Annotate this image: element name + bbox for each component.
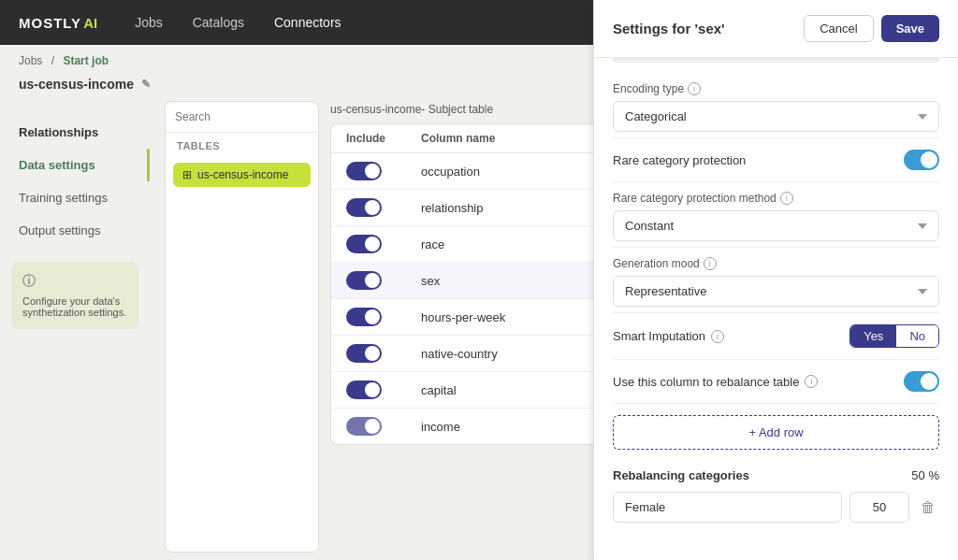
settings-panel: Settings for 'sex' Cancel Save Encoding …	[593, 0, 958, 560]
left-sidebar: Relationships Data settings Training set…	[0, 101, 150, 553]
encoding-type-select[interactable]: Categorical Numerical Text DateTime	[613, 101, 939, 132]
rebalance-toggle-label: Use this column to rebalance table	[613, 375, 799, 389]
settings-header: Settings for 'sex' Cancel Save	[594, 0, 958, 58]
rebalance-toggle-info-icon[interactable]: i	[805, 375, 818, 388]
nav-catalogs[interactable]: Catalogs	[193, 11, 244, 34]
smart-imputation-info-icon[interactable]: i	[711, 330, 724, 343]
header-include: Include	[346, 132, 421, 145]
rebalancing-row: 🗑	[613, 492, 939, 523]
toggle-income[interactable]	[346, 417, 382, 436]
rebalancing-value-group	[849, 492, 909, 523]
rebalance-toggle[interactable]	[904, 371, 939, 392]
smart-imputation-row: Smart Imputation i Yes No	[613, 313, 939, 360]
settings-body: Encoding type i Categorical Numerical Te…	[594, 58, 958, 560]
sidebar-item-data-settings[interactable]: Data settings	[0, 149, 150, 181]
save-button[interactable]: Save	[881, 15, 939, 42]
rare-category-method-label: Rare category protection method i	[613, 192, 939, 205]
sidebar-info-box: ⓘ Configure your data's synthetization s…	[11, 262, 138, 329]
sidebar-info-text: Configure your data's synthetization set…	[22, 295, 126, 318]
smart-imputation-no-button[interactable]: No	[896, 325, 938, 347]
toggle-occupation[interactable]	[346, 162, 382, 180]
rebalance-toggle-row: Use this column to rebalance table i	[613, 360, 939, 404]
dataset-name: us-census-income	[19, 77, 134, 92]
rebalancing-header: Rebalancing categories 50 %	[613, 468, 939, 482]
search-input[interactable]	[175, 110, 315, 123]
edit-icon[interactable]: ✎	[141, 78, 151, 91]
table-list-item[interactable]: ⊞ us-census-income	[173, 163, 311, 187]
table-item-label: us-census-income	[197, 168, 288, 181]
toggle-race[interactable]	[346, 235, 382, 253]
rebalancing-section: Rebalancing categories 50 % 🗑	[613, 468, 939, 523]
toggle-native-country[interactable]	[346, 344, 382, 363]
sidebar-item-training-settings[interactable]: Training settings	[0, 181, 150, 214]
smart-imputation-toggle-group: Yes No	[849, 324, 939, 348]
rare-category-protection-row: Rare category protection	[613, 138, 939, 182]
breadcrumb-parent[interactable]: Jobs	[19, 54, 42, 67]
tables-list: 🔍 Tables ⊞ us-census-income	[165, 101, 319, 553]
logo: MOSTLY AI	[19, 15, 97, 31]
toggle-capital[interactable]	[346, 381, 382, 399]
nav-connectors[interactable]: Connectors	[274, 11, 341, 34]
toggle-relationship[interactable]	[346, 198, 382, 217]
search-box: 🔍	[166, 102, 318, 133]
add-row-button[interactable]: + Add row	[613, 415, 939, 450]
delete-row-button[interactable]: 🗑	[917, 495, 939, 520]
cancel-button[interactable]: Cancel	[804, 15, 873, 42]
rare-category-protection-label: Rare category protection	[613, 153, 746, 167]
rare-category-method-info-icon[interactable]: i	[780, 192, 793, 205]
sidebar-item-relationships[interactable]: Relationships	[0, 116, 150, 149]
encoding-type-field: Encoding type i Categorical Numerical Te…	[613, 73, 939, 138]
rebalancing-value-input[interactable]	[849, 492, 909, 523]
top-gradient	[613, 58, 939, 65]
rebalancing-title: Rebalancing categories	[613, 468, 749, 482]
settings-actions: Cancel Save	[804, 15, 939, 42]
smart-imputation-yes-button[interactable]: Yes	[850, 325, 896, 347]
rare-category-method-select[interactable]: Constant Sample Ignore	[613, 210, 939, 241]
nav-jobs[interactable]: Jobs	[135, 11, 163, 34]
settings-title: Settings for 'sex'	[613, 21, 725, 36]
tables-section-header: Tables	[166, 133, 318, 159]
breadcrumb-current: Start job	[63, 54, 109, 67]
sidebar-item-output-settings[interactable]: Output settings	[0, 214, 150, 247]
rebalancing-category-input[interactable]	[613, 492, 842, 523]
rebalancing-percentage: 50 %	[911, 468, 939, 482]
generation-mood-select[interactable]: Representative Fast Turbo	[613, 276, 939, 307]
info-icon: ⓘ	[22, 273, 127, 290]
smart-imputation-label: Smart Imputation	[613, 329, 705, 343]
table-grid-icon: ⊞	[182, 168, 192, 181]
toggle-sex[interactable]	[346, 271, 382, 290]
toggle-hours-per-week[interactable]	[346, 308, 382, 326]
breadcrumb-separator: /	[51, 54, 54, 67]
generation-mood-field: Generation mood i Representative Fast Tu…	[613, 248, 939, 313]
encoding-type-label: Encoding type i	[613, 82, 939, 95]
logo-ai: AI	[83, 15, 97, 31]
logo-mostly: MOSTLY	[19, 15, 81, 31]
rare-category-method-field: Rare category protection method i Consta…	[613, 182, 939, 248]
generation-mood-info-icon[interactable]: i	[704, 257, 717, 270]
encoding-type-info-icon[interactable]: i	[688, 82, 701, 95]
rare-category-protection-toggle[interactable]	[904, 150, 939, 170]
generation-mood-label: Generation mood i	[613, 257, 939, 270]
